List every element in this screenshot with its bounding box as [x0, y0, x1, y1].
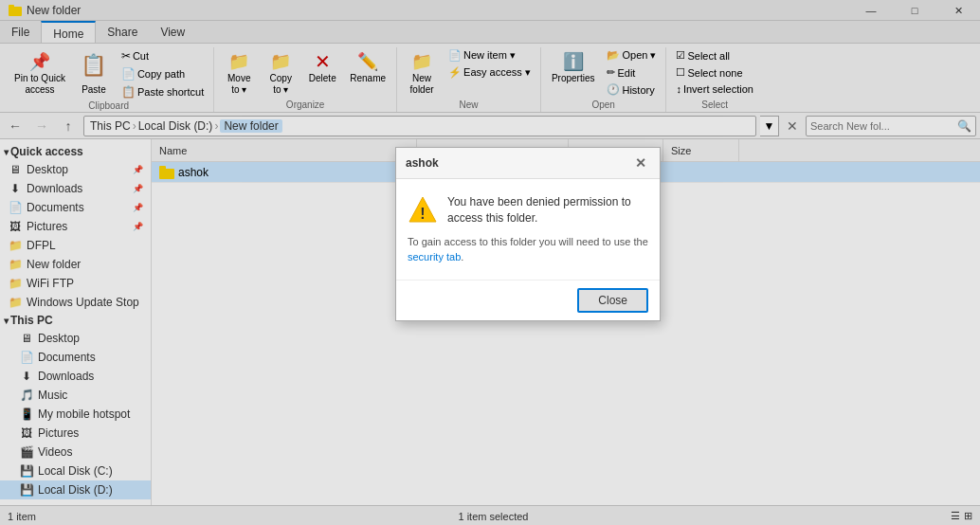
dialog-close-button[interactable]: ✕ — [631, 154, 650, 172]
dialog-body: ! You have been denied permission to acc… — [396, 179, 660, 280]
warning-icon: ! — [408, 194, 438, 225]
permission-dialog: ashok ✕ ! You have been denied permissio… — [395, 147, 661, 321]
dialog-title-bar: ashok ✕ — [396, 148, 660, 179]
warning-text: You have been denied permission to acces… — [447, 194, 648, 226]
security-tab-link[interactable]: security tab — [408, 251, 461, 262]
dialog-info: To gain access to this folder you will n… — [408, 235, 648, 264]
dialog-ok-button[interactable]: Close — [577, 288, 648, 313]
dialog-warning-section: ! You have been denied permission to acc… — [408, 194, 648, 226]
svg-text:!: ! — [420, 206, 425, 222]
dialog-overlay: ashok ✕ ! You have been denied permissio… — [0, 0, 980, 525]
dialog-footer: Close — [396, 280, 660, 320]
dialog-title: ashok — [406, 156, 439, 170]
